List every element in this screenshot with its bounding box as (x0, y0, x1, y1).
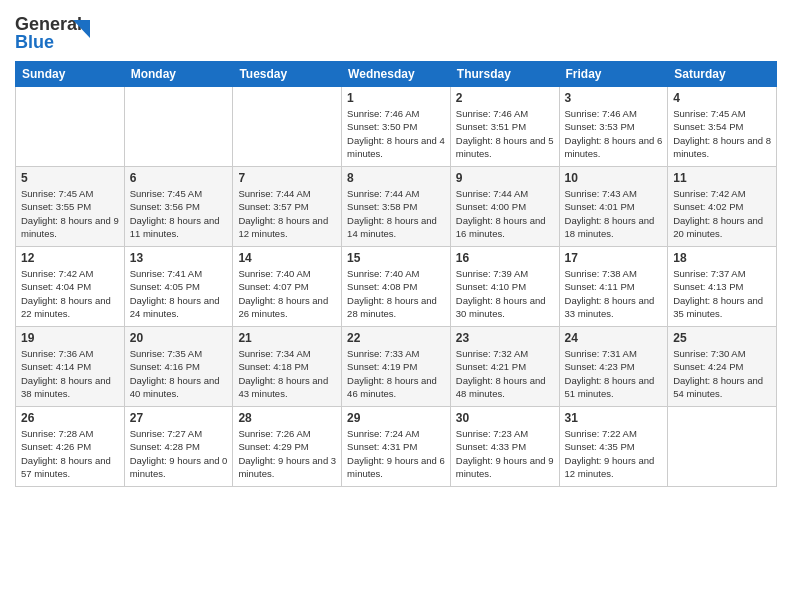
day-info: Sunrise: 7:45 AM Sunset: 3:54 PM Dayligh… (673, 107, 771, 160)
day-number: 12 (21, 251, 119, 265)
day-info: Sunrise: 7:36 AM Sunset: 4:14 PM Dayligh… (21, 347, 119, 400)
calendar-cell: 27Sunrise: 7:27 AM Sunset: 4:28 PM Dayli… (124, 407, 233, 487)
weekday-header-thursday: Thursday (450, 62, 559, 87)
calendar-cell: 29Sunrise: 7:24 AM Sunset: 4:31 PM Dayli… (342, 407, 451, 487)
day-info: Sunrise: 7:22 AM Sunset: 4:35 PM Dayligh… (565, 427, 663, 480)
day-number: 26 (21, 411, 119, 425)
day-number: 18 (673, 251, 771, 265)
day-number: 16 (456, 251, 554, 265)
day-info: Sunrise: 7:43 AM Sunset: 4:01 PM Dayligh… (565, 187, 663, 240)
calendar-cell: 24Sunrise: 7:31 AM Sunset: 4:23 PM Dayli… (559, 327, 668, 407)
day-info: Sunrise: 7:23 AM Sunset: 4:33 PM Dayligh… (456, 427, 554, 480)
weekday-header-tuesday: Tuesday (233, 62, 342, 87)
calendar-cell: 5Sunrise: 7:45 AM Sunset: 3:55 PM Daylig… (16, 167, 125, 247)
day-info: Sunrise: 7:31 AM Sunset: 4:23 PM Dayligh… (565, 347, 663, 400)
weekday-header-monday: Monday (124, 62, 233, 87)
svg-text:General: General (15, 14, 82, 34)
calendar-cell: 16Sunrise: 7:39 AM Sunset: 4:10 PM Dayli… (450, 247, 559, 327)
day-info: Sunrise: 7:32 AM Sunset: 4:21 PM Dayligh… (456, 347, 554, 400)
calendar-cell: 2Sunrise: 7:46 AM Sunset: 3:51 PM Daylig… (450, 87, 559, 167)
day-number: 28 (238, 411, 336, 425)
svg-text:Blue: Blue (15, 32, 54, 52)
day-number: 10 (565, 171, 663, 185)
week-row-1: 1Sunrise: 7:46 AM Sunset: 3:50 PM Daylig… (16, 87, 777, 167)
day-number: 1 (347, 91, 445, 105)
day-number: 5 (21, 171, 119, 185)
day-info: Sunrise: 7:45 AM Sunset: 3:55 PM Dayligh… (21, 187, 119, 240)
day-number: 27 (130, 411, 228, 425)
day-info: Sunrise: 7:28 AM Sunset: 4:26 PM Dayligh… (21, 427, 119, 480)
calendar-cell (668, 407, 777, 487)
day-info: Sunrise: 7:40 AM Sunset: 4:08 PM Dayligh… (347, 267, 445, 320)
day-number: 8 (347, 171, 445, 185)
weekday-header-row: SundayMondayTuesdayWednesdayThursdayFrid… (16, 62, 777, 87)
calendar-cell: 15Sunrise: 7:40 AM Sunset: 4:08 PM Dayli… (342, 247, 451, 327)
calendar-cell: 3Sunrise: 7:46 AM Sunset: 3:53 PM Daylig… (559, 87, 668, 167)
week-row-4: 19Sunrise: 7:36 AM Sunset: 4:14 PM Dayli… (16, 327, 777, 407)
day-number: 7 (238, 171, 336, 185)
day-info: Sunrise: 7:46 AM Sunset: 3:51 PM Dayligh… (456, 107, 554, 160)
day-number: 29 (347, 411, 445, 425)
day-number: 20 (130, 331, 228, 345)
day-info: Sunrise: 7:42 AM Sunset: 4:04 PM Dayligh… (21, 267, 119, 320)
day-number: 23 (456, 331, 554, 345)
day-number: 21 (238, 331, 336, 345)
weekday-header-sunday: Sunday (16, 62, 125, 87)
calendar-cell: 11Sunrise: 7:42 AM Sunset: 4:02 PM Dayli… (668, 167, 777, 247)
day-info: Sunrise: 7:34 AM Sunset: 4:18 PM Dayligh… (238, 347, 336, 400)
calendar-cell: 23Sunrise: 7:32 AM Sunset: 4:21 PM Dayli… (450, 327, 559, 407)
day-number: 2 (456, 91, 554, 105)
day-number: 19 (21, 331, 119, 345)
calendar-table: SundayMondayTuesdayWednesdayThursdayFrid… (15, 61, 777, 487)
day-number: 4 (673, 91, 771, 105)
day-info: Sunrise: 7:41 AM Sunset: 4:05 PM Dayligh… (130, 267, 228, 320)
day-number: 25 (673, 331, 771, 345)
calendar-cell (16, 87, 125, 167)
calendar-cell: 20Sunrise: 7:35 AM Sunset: 4:16 PM Dayli… (124, 327, 233, 407)
calendar-cell: 1Sunrise: 7:46 AM Sunset: 3:50 PM Daylig… (342, 87, 451, 167)
day-number: 11 (673, 171, 771, 185)
logo-svg: General Blue (15, 10, 105, 55)
day-number: 30 (456, 411, 554, 425)
day-info: Sunrise: 7:44 AM Sunset: 3:58 PM Dayligh… (347, 187, 445, 240)
day-number: 15 (347, 251, 445, 265)
day-info: Sunrise: 7:46 AM Sunset: 3:53 PM Dayligh… (565, 107, 663, 160)
day-info: Sunrise: 7:44 AM Sunset: 3:57 PM Dayligh… (238, 187, 336, 240)
calendar-cell: 4Sunrise: 7:45 AM Sunset: 3:54 PM Daylig… (668, 87, 777, 167)
calendar-cell: 21Sunrise: 7:34 AM Sunset: 4:18 PM Dayli… (233, 327, 342, 407)
calendar-cell: 14Sunrise: 7:40 AM Sunset: 4:07 PM Dayli… (233, 247, 342, 327)
calendar-cell (124, 87, 233, 167)
day-info: Sunrise: 7:30 AM Sunset: 4:24 PM Dayligh… (673, 347, 771, 400)
day-number: 31 (565, 411, 663, 425)
day-info: Sunrise: 7:26 AM Sunset: 4:29 PM Dayligh… (238, 427, 336, 480)
weekday-header-wednesday: Wednesday (342, 62, 451, 87)
calendar-cell: 10Sunrise: 7:43 AM Sunset: 4:01 PM Dayli… (559, 167, 668, 247)
day-number: 22 (347, 331, 445, 345)
day-info: Sunrise: 7:44 AM Sunset: 4:00 PM Dayligh… (456, 187, 554, 240)
calendar-cell: 31Sunrise: 7:22 AM Sunset: 4:35 PM Dayli… (559, 407, 668, 487)
calendar-cell (233, 87, 342, 167)
day-number: 14 (238, 251, 336, 265)
calendar-cell: 25Sunrise: 7:30 AM Sunset: 4:24 PM Dayli… (668, 327, 777, 407)
day-info: Sunrise: 7:33 AM Sunset: 4:19 PM Dayligh… (347, 347, 445, 400)
day-info: Sunrise: 7:42 AM Sunset: 4:02 PM Dayligh… (673, 187, 771, 240)
header: General Blue (15, 10, 777, 55)
week-row-3: 12Sunrise: 7:42 AM Sunset: 4:04 PM Dayli… (16, 247, 777, 327)
day-info: Sunrise: 7:40 AM Sunset: 4:07 PM Dayligh… (238, 267, 336, 320)
day-info: Sunrise: 7:46 AM Sunset: 3:50 PM Dayligh… (347, 107, 445, 160)
weekday-header-friday: Friday (559, 62, 668, 87)
day-info: Sunrise: 7:24 AM Sunset: 4:31 PM Dayligh… (347, 427, 445, 480)
calendar-cell: 9Sunrise: 7:44 AM Sunset: 4:00 PM Daylig… (450, 167, 559, 247)
day-info: Sunrise: 7:39 AM Sunset: 4:10 PM Dayligh… (456, 267, 554, 320)
day-info: Sunrise: 7:37 AM Sunset: 4:13 PM Dayligh… (673, 267, 771, 320)
day-number: 24 (565, 331, 663, 345)
day-info: Sunrise: 7:38 AM Sunset: 4:11 PM Dayligh… (565, 267, 663, 320)
calendar-cell: 17Sunrise: 7:38 AM Sunset: 4:11 PM Dayli… (559, 247, 668, 327)
calendar-cell: 19Sunrise: 7:36 AM Sunset: 4:14 PM Dayli… (16, 327, 125, 407)
calendar-cell: 18Sunrise: 7:37 AM Sunset: 4:13 PM Dayli… (668, 247, 777, 327)
day-info: Sunrise: 7:35 AM Sunset: 4:16 PM Dayligh… (130, 347, 228, 400)
calendar-cell: 6Sunrise: 7:45 AM Sunset: 3:56 PM Daylig… (124, 167, 233, 247)
week-row-5: 26Sunrise: 7:28 AM Sunset: 4:26 PM Dayli… (16, 407, 777, 487)
calendar-cell: 8Sunrise: 7:44 AM Sunset: 3:58 PM Daylig… (342, 167, 451, 247)
logo: General Blue (15, 10, 105, 55)
